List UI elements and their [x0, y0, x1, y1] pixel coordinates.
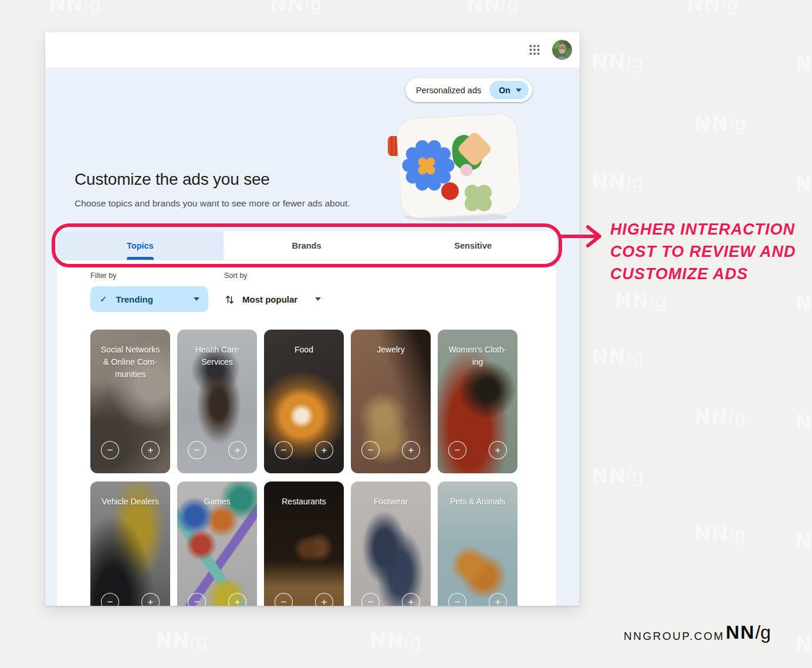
watermark-text: NN/g — [370, 629, 422, 652]
topic-card-actions: − + — [264, 593, 344, 606]
remove-topic-button[interactable]: − — [361, 593, 380, 606]
add-topic-button[interactable]: + — [402, 593, 420, 606]
sort-arrows-icon — [225, 294, 234, 304]
nngroup-site: NNGROUP.COM — [624, 630, 725, 643]
topic-card-label: Food — [264, 330, 344, 356]
remove-topic-button[interactable]: − — [188, 441, 206, 459]
topic-card-pets-animals: Pets & Animals − + — [438, 481, 517, 606]
watermark-text: NN/g — [466, 0, 519, 15]
ads-illustration — [384, 106, 525, 225]
personalized-ads-pill[interactable]: Personalized ads On — [405, 78, 532, 102]
trending-chip-label: Trending — [116, 294, 153, 304]
tab-topics[interactable]: Topics — [57, 231, 224, 260]
tab-sensitive-label: Sensitive — [454, 241, 492, 250]
apps-grid-icon[interactable] — [528, 43, 541, 56]
check-icon: ✓ — [100, 294, 107, 304]
topics-grid: Social Networks & Online Com- munities −… — [90, 330, 525, 606]
user-avatar[interactable] — [552, 40, 572, 60]
add-topic-button[interactable]: + — [141, 441, 160, 459]
filter-section: Filter by ✓ Trending Sort by Most — [57, 260, 556, 312]
add-topic-button[interactable]: + — [228, 593, 246, 606]
chevron-down-icon — [516, 89, 522, 92]
remove-topic-button[interactable]: − — [361, 441, 380, 459]
topic-card-footwear: Footwear − + — [351, 481, 431, 606]
topic-card-label: Jewelry — [351, 330, 431, 356]
add-topic-button[interactable]: + — [315, 593, 333, 606]
topic-card-womens-clothing: Women's Cloth- ing − + — [438, 330, 517, 473]
topic-card-actions: − + — [264, 441, 344, 459]
watermark-text: NN/g — [686, 0, 739, 15]
watermark-text: NN/g — [795, 52, 812, 75]
add-topic-button[interactable]: + — [141, 593, 160, 606]
add-topic-button[interactable]: + — [228, 441, 246, 459]
watermark-text: NN/g — [795, 529, 812, 552]
add-topic-button[interactable]: + — [489, 593, 507, 606]
trending-chip[interactable]: ✓ Trending — [90, 286, 208, 312]
sort-by-label: Sort by — [224, 272, 321, 280]
topic-card-label: Health Care Services — [177, 330, 257, 368]
sort-value: Most popular — [242, 294, 297, 304]
topic-card-actions: − + — [438, 441, 517, 459]
remove-topic-button[interactable]: − — [101, 593, 119, 606]
topic-card-label: Vehicle Dealers — [90, 481, 170, 508]
topic-card-actions: − + — [90, 593, 170, 606]
topic-card-label: Pets & Animals — [438, 481, 517, 508]
topic-card-actions: − + — [351, 593, 431, 606]
tab-sensitive[interactable]: Sensitive — [390, 231, 556, 260]
topic-card-actions: − + — [438, 593, 517, 606]
watermark-text: NN/g — [694, 522, 746, 545]
chevron-down-icon — [315, 297, 321, 301]
watermark-text: NN/g — [795, 632, 812, 656]
tab-active-indicator — [127, 257, 154, 260]
add-topic-button[interactable]: + — [402, 441, 420, 459]
topic-card-label: Games — [177, 481, 257, 508]
nng-logo-slash-g: /g — [755, 622, 771, 643]
watermark-text: NN/g — [591, 170, 644, 194]
annotation-line: COST TO REVIEW AND — [610, 240, 796, 263]
topic-card-actions: − + — [177, 441, 257, 459]
watermark-text: NN/g — [694, 405, 746, 428]
remove-topic-button[interactable]: − — [188, 593, 206, 606]
topic-card-jewelry: Jewelry − + — [351, 330, 431, 473]
page-subtitle: Choose topics and brands you want to see… — [75, 198, 350, 209]
watermark-text: NN/g — [49, 0, 101, 15]
remove-topic-button[interactable]: − — [101, 441, 119, 459]
annotation-line: HIGHER INTERACTION — [610, 218, 796, 240]
watermark-text: NN/g — [795, 411, 812, 434]
watermark-text: NN/g — [591, 463, 644, 487]
personalized-ads-value: On — [499, 86, 510, 95]
tab-topics-label: Topics — [127, 241, 154, 250]
topbar — [45, 32, 580, 67]
content-panel: Topics Brands Sensitive Filter by ✓ Tren… — [57, 231, 556, 606]
topic-card-health-care: Health Care Services − + — [177, 330, 257, 473]
add-topic-button[interactable]: + — [489, 441, 507, 459]
remove-topic-button[interactable]: − — [448, 593, 466, 606]
add-topic-button[interactable]: + — [315, 441, 333, 459]
tab-brands[interactable]: Brands — [224, 231, 390, 260]
remove-topic-button[interactable]: − — [448, 441, 466, 459]
topic-card-label: Footwear — [351, 481, 431, 508]
personalized-ads-label: Personalized ads — [416, 86, 481, 95]
annotation-text: HIGHER INTERACTION COST TO REVIEW AND CU… — [610, 218, 796, 285]
watermark-text: NN/g — [615, 289, 667, 312]
filter-by-label: Filter by — [90, 272, 208, 280]
nng-logo: NN/g — [726, 621, 771, 643]
filter-by-group: Filter by ✓ Trending — [90, 272, 208, 312]
topic-card-actions: − + — [177, 593, 257, 606]
topic-card-vehicle-dealers: Vehicle Dealers − + — [90, 481, 170, 606]
tab-bar: Topics Brands Sensitive — [57, 231, 556, 260]
page-root: NN/gNN/gNN/gNN/gNN/gNN/gNN/gNN/gNN/gNN/g… — [0, 0, 812, 668]
watermark-text: NN/g — [694, 111, 746, 135]
personalized-ads-toggle[interactable]: On — [489, 81, 528, 99]
topic-card-restaurants: Restaurants − + — [264, 481, 344, 606]
remove-topic-button[interactable]: − — [275, 441, 293, 459]
topic-card-actions: − + — [90, 441, 170, 459]
app-window: Personalized ads On — [45, 32, 580, 606]
remove-topic-button[interactable]: − — [275, 593, 293, 606]
sort-control[interactable]: Most popular — [224, 286, 321, 312]
topic-card-games: Games − + — [177, 481, 257, 606]
topic-card-label: Social Networks & Online Com- munities — [90, 330, 170, 381]
watermark-text: NN/g — [270, 0, 322, 15]
topic-card-food: Food − + — [264, 330, 344, 473]
topic-card-actions: − + — [351, 441, 431, 459]
